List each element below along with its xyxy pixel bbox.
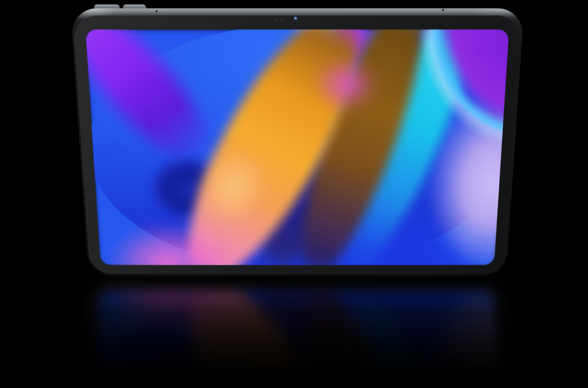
tablet-anchor <box>80 13 515 283</box>
wallpaper-orange-band <box>158 291 389 388</box>
wallpaper <box>85 291 509 388</box>
wallpaper-pink-bottom <box>106 291 230 333</box>
tablet-device <box>80 273 515 388</box>
wallpaper-blue-vortex <box>143 330 232 388</box>
tablet-screen <box>85 291 509 388</box>
scene-background <box>0 0 588 388</box>
wallpaper-lavender-glow <box>418 291 509 388</box>
wallpaper-blue-field <box>85 291 509 388</box>
wallpaper-indigo-shadow <box>245 291 356 388</box>
front-camera <box>293 17 297 20</box>
wallpaper-purple-streak <box>85 373 230 388</box>
tablet-screen <box>85 29 509 265</box>
wallpaper-peach-glow <box>183 317 284 388</box>
wallpaper-brown-band <box>280 291 447 388</box>
tablet-perspective <box>70 280 524 388</box>
sensor-dot-left <box>275 19 277 20</box>
microphone-hole-left <box>155 10 157 12</box>
wallpaper-purple-dome <box>352 345 509 388</box>
wallpaper <box>85 29 509 265</box>
reflection-flip <box>80 273 515 388</box>
tablet-frame <box>70 280 524 388</box>
wallpaper-bottom-blue <box>313 291 494 352</box>
wallpaper-dome-cyan-rim <box>337 330 509 388</box>
tablet-front-bezel <box>73 282 522 388</box>
tablet-front-bezel <box>73 16 522 274</box>
sensor-dot-right <box>280 19 282 20</box>
tablet-device <box>80 13 515 283</box>
tablet-perspective <box>70 8 524 276</box>
tablet-reflection <box>80 273 515 388</box>
wallpaper-cyan-band <box>314 291 496 388</box>
